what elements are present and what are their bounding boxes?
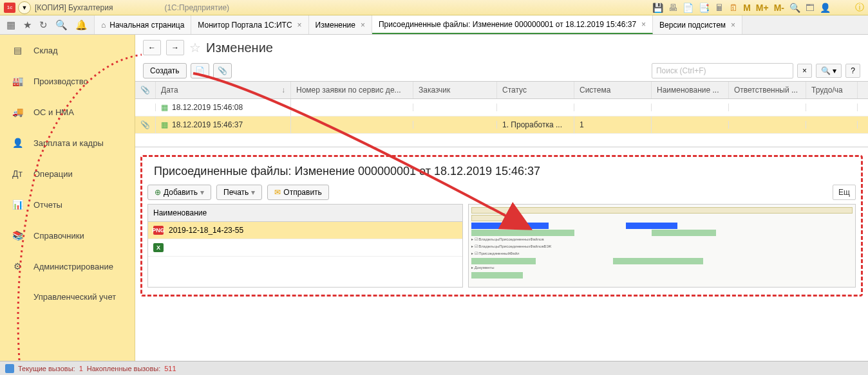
- th-status[interactable]: Статус: [497, 82, 574, 98]
- calc-icon[interactable]: 🖩: [715, 3, 724, 13]
- add-button[interactable]: ⊕Добавить▾: [147, 185, 211, 200]
- sidebar-label: Администрирование: [33, 262, 113, 271]
- home-icon: ⌂: [101, 21, 106, 30]
- tab-attached[interactable]: Присоединенные файлы: Изменение 00000000…: [372, 15, 653, 34]
- sidebar-item-admin[interactable]: ⚙Администрирование: [0, 251, 135, 282]
- chart-icon: 📊: [12, 199, 23, 210]
- th-req[interactable]: Номер заявки по сервис де...: [291, 82, 413, 98]
- sidebar-item-assets[interactable]: 🚚ОС и НМА: [0, 96, 135, 127]
- book-icon: 📚: [12, 230, 23, 241]
- gear-icon: ⚙: [12, 261, 23, 271]
- th-customer[interactable]: Заказчик: [413, 82, 497, 98]
- ledger-icon: Дт: [12, 169, 23, 179]
- table-row[interactable]: 📎 ▦18.12.2019 15:46:37 1. Проработка ...…: [135, 116, 868, 134]
- sidebar-label: Производство: [33, 77, 88, 86]
- compare-icon[interactable]: 📑: [699, 3, 710, 13]
- page-header: ← → ☆ Изменение: [135, 35, 868, 60]
- tab-versions[interactable]: Версии подсистем ×: [653, 15, 742, 34]
- sidebar-item-refs[interactable]: 📚Справочники: [0, 220, 135, 251]
- create-button[interactable]: Создать: [143, 63, 187, 78]
- sidebar-item-reports[interactable]: 📊Отчеты: [0, 189, 135, 220]
- m-minus-button[interactable]: M-: [774, 3, 784, 13]
- more-button[interactable]: ?: [845, 64, 860, 78]
- sidebar-item-operations[interactable]: ДтОперации: [0, 158, 135, 189]
- filelist-header[interactable]: Наименование: [148, 205, 462, 222]
- clear-button[interactable]: ×: [797, 64, 812, 78]
- content: ← → ☆ Изменение Создать 📄 📎 Поиск (Ctrl+…: [135, 35, 868, 361]
- th-date[interactable]: Дата↓: [156, 82, 291, 98]
- table: 📎 Дата↓ Номер заявки по сервис де... Зак…: [135, 81, 868, 134]
- dropdown-button[interactable]: ▼: [18, 1, 31, 14]
- back-button[interactable]: ←: [143, 40, 161, 55]
- sidebar-label: ОС и НМА: [33, 107, 74, 117]
- search-icon[interactable]: 🔍: [55, 19, 68, 31]
- more-link[interactable]: Ещ: [833, 185, 856, 200]
- calendar-icon[interactable]: 🗓: [729, 3, 738, 13]
- th-name[interactable]: Наименование ...: [652, 82, 729, 98]
- attached-body: Наименование PNG 2019-12-18_14-23-55 X: [147, 204, 856, 288]
- window-icon[interactable]: 🗔: [806, 3, 815, 13]
- bell-icon[interactable]: 🔔: [75, 19, 88, 31]
- sidebar-item-production[interactable]: 🏭Производство: [0, 66, 135, 96]
- sidebar-item-mgmt[interactable]: Управленческий учет: [0, 282, 135, 312]
- info-icon[interactable]: ⓘ: [855, 2, 864, 14]
- close-icon[interactable]: ×: [361, 21, 365, 30]
- search-input[interactable]: Поиск (Ctrl+F): [652, 63, 793, 78]
- tab-home[interactable]: ⌂ Начальная страница: [95, 15, 191, 34]
- attached-toolbar: ⊕Добавить▾ Печать▾ ✉Отправить Ещ: [147, 181, 856, 204]
- favorite-icon[interactable]: ☆: [189, 40, 201, 55]
- titlebar-tools: 💾 🖶 📄 📑 🖩 🗓 M M+ M- 🔍 🗔 👤 ⓘ: [652, 2, 864, 14]
- boxes-icon: ▤: [12, 45, 23, 55]
- main: ▤Склад 🏭Производство 🚚ОС и НМА 👤Зарплата…: [0, 35, 868, 361]
- tab-label: Изменение: [316, 21, 355, 30]
- doc-icon[interactable]: 📄: [683, 3, 693, 13]
- sidebar-label: Склад: [33, 46, 58, 55]
- document-icon: ▦: [161, 103, 168, 112]
- print-icon[interactable]: 🖶: [668, 3, 677, 13]
- copy-button[interactable]: 📄: [191, 63, 209, 78]
- tabbar: ▦ ★ ↻ 🔍 🔔 ⌂ Начальная страница Монитор П…: [0, 15, 868, 35]
- sidebar-label: Зарплата и кадры: [33, 138, 104, 148]
- tab-monitor[interactable]: Монитор Портала 1С:ИТС ×: [191, 15, 308, 34]
- close-icon[interactable]: ×: [731, 21, 735, 30]
- zoom-icon[interactable]: 🔍: [789, 3, 800, 13]
- app-logo: 1c: [4, 3, 15, 13]
- tab-change[interactable]: Изменение ×: [309, 15, 372, 34]
- tabbar-iconrow: ▦ ★ ↻ 🔍 🔔: [0, 15, 95, 34]
- file-row[interactable]: X: [148, 239, 462, 257]
- sidebar-item-hr[interactable]: 👤Зарплата и кадры: [0, 127, 135, 158]
- close-icon[interactable]: ×: [641, 20, 646, 29]
- apps-icon[interactable]: ▦: [6, 19, 15, 31]
- th-system[interactable]: Система: [574, 82, 652, 98]
- truck-icon: 🚚: [12, 107, 23, 117]
- history-icon[interactable]: ↻: [39, 19, 48, 31]
- m-plus-button[interactable]: M+: [756, 3, 769, 13]
- user-icon[interactable]: 👤: [820, 3, 831, 13]
- acc-calls-label: Накопленные вызовы:: [87, 365, 160, 372]
- print-button[interactable]: Печать▾: [216, 185, 262, 200]
- tab-label: Монитор Портала 1С:ИТС: [198, 21, 292, 30]
- sidebar: ▤Склад 🏭Производство 🚚ОС и НМА 👤Зарплата…: [0, 35, 135, 361]
- search-button[interactable]: 🔍 ▾: [816, 64, 842, 78]
- th-labor[interactable]: Трудо/ча: [806, 82, 858, 98]
- send-button[interactable]: ✉Отправить: [267, 185, 329, 200]
- table-row[interactable]: ▦18.12.2019 15:46:08: [135, 99, 868, 116]
- tab-label: Присоединенные файлы: Изменение 00000000…: [379, 20, 636, 29]
- xls-icon: X: [153, 243, 164, 252]
- th-attach[interactable]: 📎: [135, 82, 156, 98]
- sidebar-item-warehouse[interactable]: ▤Склад: [0, 35, 135, 66]
- th-resp[interactable]: Ответственный ...: [729, 82, 806, 98]
- app-title: [КОПИЯ] Бухгалтерия: [35, 3, 113, 12]
- person-icon: 👤: [12, 138, 23, 148]
- file-row[interactable]: PNG 2019-12-18_14-23-55: [148, 222, 462, 239]
- m-button[interactable]: M: [743, 3, 751, 13]
- close-icon[interactable]: ×: [297, 21, 302, 30]
- attach-button[interactable]: 📎: [213, 63, 232, 78]
- save-icon[interactable]: 💾: [652, 3, 663, 13]
- titlebar: 1c ▼ [КОПИЯ] Бухгалтерия (1С:Предприятие…: [0, 0, 868, 15]
- tab-label: Начальная страница: [109, 21, 184, 30]
- forward-button[interactable]: →: [166, 40, 184, 55]
- star-icon[interactable]: ★: [23, 19, 32, 31]
- file-list: Наименование PNG 2019-12-18_14-23-55 X: [147, 204, 463, 288]
- page-title: Изменение: [206, 41, 273, 55]
